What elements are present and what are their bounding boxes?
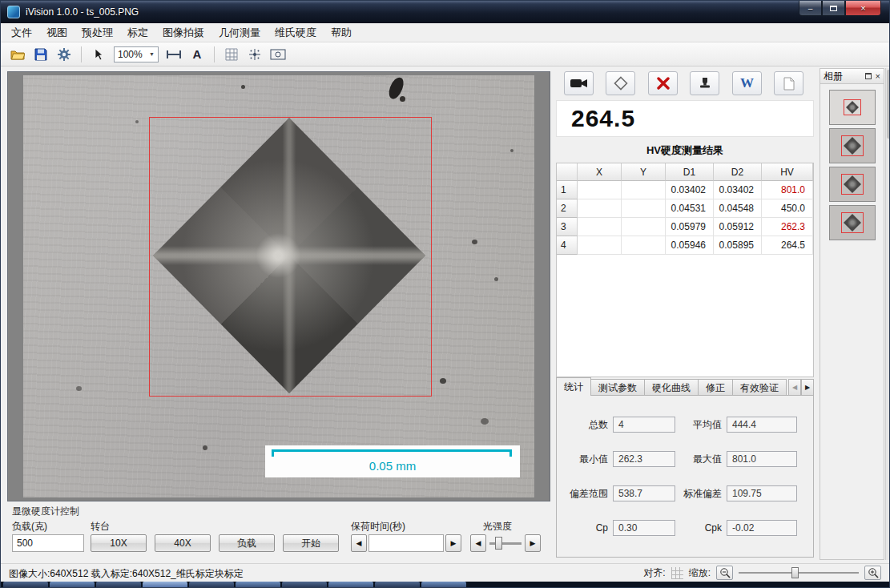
blank-document-icon: [783, 77, 795, 91]
specimen-image[interactable]: 0.05 mm: [23, 75, 534, 497]
hold-time-increase-button[interactable]: ▶: [445, 534, 461, 552]
menu-image-capture[interactable]: 图像拍摄: [155, 23, 211, 42]
menu-help[interactable]: 帮助: [324, 23, 359, 42]
col-header-d2: D2: [714, 163, 762, 181]
hold-time-input[interactable]: [368, 534, 444, 552]
menu-preprocess[interactable]: 预处理: [75, 23, 120, 42]
select-tool-button[interactable]: [88, 45, 109, 64]
taskbar-button[interactable]: [96, 582, 141, 588]
debris-spot: [203, 445, 207, 450]
album-close-icon[interactable]: ×: [876, 72, 880, 81]
tab-test-parameters[interactable]: 测试参数: [591, 379, 645, 396]
row-number-cell: 1: [557, 181, 578, 199]
new-report-button[interactable]: [774, 71, 803, 95]
zoom-in-button[interactable]: [864, 566, 881, 580]
tab-hardening-curve[interactable]: 硬化曲线: [645, 379, 699, 396]
window-controls: – ×: [799, 1, 881, 16]
slider-handle[interactable]: [495, 537, 502, 550]
tab-statistics[interactable]: 统计: [556, 377, 591, 396]
taskbar-button[interactable]: [282, 582, 327, 588]
live-video-button[interactable]: [564, 71, 594, 95]
right-arrow-icon: ▶: [451, 539, 457, 547]
export-word-button[interactable]: W: [732, 71, 762, 95]
delete-result-button[interactable]: [648, 71, 678, 95]
d1-cell: 0.04531: [666, 199, 714, 218]
capture-frame-button[interactable]: [268, 45, 288, 64]
apply-load-button[interactable]: 负载: [219, 534, 275, 552]
text-tool-button[interactable]: A: [187, 45, 207, 64]
col-header-hv: HV: [762, 163, 813, 181]
save-button[interactable]: [30, 45, 51, 64]
tab-correction[interactable]: 修正: [699, 379, 733, 396]
hold-time-label: 保荷时间(秒): [351, 520, 405, 534]
taskbar-button[interactable]: [328, 582, 373, 588]
results-table: X Y D1 D2 HV 1 0.03402 0.03402 801.0 2 0…: [556, 163, 814, 377]
toolbar-separator: [81, 46, 82, 62]
word-icon: W: [740, 75, 754, 91]
table-row[interactable]: 3 0.05979 0.05912 262.3: [557, 218, 813, 236]
turret-10x-button[interactable]: 10X: [91, 534, 147, 552]
load-input[interactable]: [12, 534, 84, 552]
zoom-out-button[interactable]: [716, 566, 733, 580]
load-label: 负载(克): [12, 520, 47, 534]
table-row[interactable]: 4 0.05946 0.05895 264.5: [557, 236, 813, 255]
taskbar-button[interactable]: [50, 582, 95, 588]
menu-vickers-hardness[interactable]: 维氏硬度: [268, 23, 324, 42]
open-file-button[interactable]: [7, 45, 28, 64]
album-thumbnail[interactable]: [829, 90, 876, 125]
table-row[interactable]: 2 0.04531 0.04548 450.0: [557, 199, 813, 218]
chevron-down-icon: ▼: [149, 51, 155, 57]
scrollbar-thumb[interactable]: [887, 70, 890, 139]
close-button[interactable]: ×: [845, 1, 881, 16]
measure-indent-button[interactable]: [606, 71, 635, 95]
stat-value-range: 538.7: [613, 485, 675, 501]
slider-handle[interactable]: [791, 567, 799, 578]
tab-validation[interactable]: 有效验证: [733, 379, 787, 396]
taskbar-button[interactable]: [375, 582, 420, 588]
stat-row: 最小值 262.3 最大值 801.0: [557, 451, 813, 467]
cursor-arrow-icon: [94, 48, 103, 61]
album-thumbnail[interactable]: [829, 128, 876, 163]
crosshair-align-button[interactable]: [244, 45, 265, 64]
stamp-mark-button[interactable]: [690, 71, 719, 95]
left-arrow-icon: ◀: [476, 539, 481, 547]
status-info-text: 图像大小:640X512 载入标定:640X512_维氏标定块标定: [9, 567, 244, 581]
light-intensity-slider[interactable]: [489, 534, 522, 552]
stat-label-cp: Cp: [557, 522, 613, 534]
measure-tool-button[interactable]: [163, 45, 184, 64]
taskbar-button[interactable]: [236, 582, 280, 588]
hold-time-decrease-button[interactable]: ◀: [351, 534, 367, 552]
album-thumbnail[interactable]: [829, 205, 876, 240]
zoom-select[interactable]: 100% ▼: [114, 46, 159, 62]
current-hv-value-strip: 264.5: [556, 100, 814, 137]
menu-view[interactable]: 视图: [39, 23, 75, 42]
table-row[interactable]: 1 0.03402 0.03402 801.0: [557, 181, 813, 199]
maximize-button[interactable]: [822, 1, 845, 16]
settings-button[interactable]: [54, 45, 75, 64]
align-grid-icon[interactable]: [671, 567, 683, 579]
menu-calibration[interactable]: 标定: [120, 23, 155, 42]
light-increase-button[interactable]: ▶: [525, 534, 541, 552]
view-zoom-slider[interactable]: [739, 566, 859, 580]
d2-cell: 0.05912: [714, 218, 762, 236]
album-scrollbar[interactable]: [885, 68, 890, 560]
menu-geometry-measure[interactable]: 几何测量: [211, 23, 268, 42]
stat-row: 总数 4 平均值 444.4: [557, 417, 813, 433]
stat-value-max: 801.0: [727, 451, 797, 467]
tab-scroll-left-button[interactable]: ◀: [788, 379, 801, 396]
d2-cell: 0.03402: [714, 181, 762, 199]
menu-file[interactable]: 文件: [4, 23, 39, 42]
taskbar-button[interactable]: [421, 582, 466, 588]
tab-scroll-right-button[interactable]: ▶: [801, 379, 814, 396]
light-decrease-button[interactable]: ◀: [470, 534, 486, 552]
taskbar-button[interactable]: [143, 582, 187, 588]
float-panel-icon[interactable]: [865, 73, 872, 79]
turret-40x-button[interactable]: 40X: [155, 534, 211, 552]
taskbar-button[interactable]: [189, 582, 234, 588]
grid-toggle-button[interactable]: [221, 45, 242, 64]
album-thumbnail[interactable]: [829, 167, 876, 202]
zoom-value: 100%: [118, 49, 143, 60]
taskbar-button[interactable]: [3, 582, 48, 588]
minimize-button[interactable]: –: [799, 1, 822, 16]
start-button[interactable]: 开始: [283, 534, 339, 552]
